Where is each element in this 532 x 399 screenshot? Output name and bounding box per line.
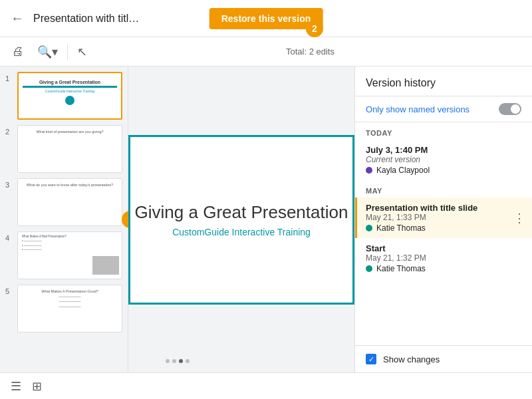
show-changes-label: Show changes	[383, 354, 440, 364]
slide5-text: What Makes A Presentation Good?—————————…	[18, 285, 122, 310]
slide3-text: What do you want to know after today's p…	[18, 179, 122, 188]
slide1-subtitle: CustomGuide Interactive Training	[19, 89, 121, 93]
version-item-may1[interactable]: Presentation with title slide May 21, 1:…	[355, 198, 532, 238]
section-today: TODAY	[355, 122, 532, 140]
step-badge-2: 2	[306, 20, 323, 37]
version-panel: Version history Only show named versions…	[354, 66, 532, 372]
version-date-may1: May 21, 1:33 PM	[366, 213, 521, 222]
user-name-may2: Katie Thomas	[376, 264, 426, 273]
zoom-icon[interactable]: 🔍▾	[33, 42, 62, 62]
slide-panel: 1 Giving a Great Presentation CustomGuid…	[0, 66, 128, 372]
version-item-today[interactable]: July 3, 1:40 PM Current version Kayla Cl…	[355, 140, 532, 180]
secondary-toolbar: 🖨 🔍▾ ↖ Total: 2 edits	[0, 37, 532, 66]
main-slide-wrapper: 1 Giving a Great Presentation CustomGuid…	[128, 135, 354, 305]
main-slide-subtitle: CustomGuide Interactive Training	[172, 227, 311, 237]
version-name-may2: Start	[366, 243, 521, 253]
show-changes-checkbox[interactable]	[366, 354, 376, 364]
print-icon[interactable]: 🖨	[8, 42, 28, 61]
version-footer: Show changes	[355, 345, 532, 372]
user-dot-may2	[366, 265, 372, 272]
center-area: 1 Giving a Great Presentation CustomGuid…	[128, 66, 354, 372]
bottom-toolbar: ☰ ⊞	[0, 372, 532, 399]
version-header: Version history	[355, 66, 532, 96]
top-bar: ← Presentation with titl… Restore this v…	[0, 0, 532, 37]
slide-num-4: 4	[5, 231, 13, 242]
user-name-may1: Katie Thomas	[376, 223, 426, 233]
slide4-image	[92, 256, 119, 275]
version-user-today: Kayla Claypool	[366, 166, 521, 175]
filter-link[interactable]: named versions	[408, 104, 469, 114]
version-more-menu[interactable]: ⋮	[513, 211, 525, 225]
cursor-icon[interactable]: ↖	[73, 42, 91, 62]
back-button[interactable]: ←	[8, 8, 27, 29]
nav-dot-1[interactable]	[166, 359, 170, 363]
filter-label: Only show named versions	[366, 104, 495, 114]
user-dot-today	[366, 167, 372, 174]
slide-box-1[interactable]: Giving a Great Presentation CustomGuide …	[17, 72, 122, 120]
version-item-may2[interactable]: Start May 21, 1:32 PM Katie Thomas	[355, 238, 532, 279]
version-panel-title: Version history	[366, 77, 521, 89]
filter-static-text: Only show	[366, 104, 406, 114]
slide-thumb-1[interactable]: 1 Giving a Great Presentation CustomGuid…	[5, 72, 122, 120]
slide1-circle	[65, 96, 74, 105]
version-list: TODAY July 3, 1:40 PM Current version Ka…	[355, 122, 532, 345]
main-content: 1 Giving a Great Presentation CustomGuid…	[0, 66, 532, 372]
user-dot-may1	[366, 225, 372, 231]
slide-thumb-5[interactable]: 5 What Makes A Presentation Good?———————…	[5, 285, 122, 332]
list-view-icon[interactable]: ☰	[11, 379, 21, 394]
slide1-bar	[23, 86, 117, 88]
nav-dot-2[interactable]	[172, 359, 176, 363]
main-slide: Giving a Great Presentation CustomGuide …	[128, 135, 354, 305]
slide-thumb-3[interactable]: 3 What do you want to know after today's…	[5, 178, 122, 226]
grid-view-icon[interactable]: ⊞	[32, 379, 42, 394]
slide-thumb-2[interactable]: 2 What kind of presentation are you givi…	[5, 125, 122, 173]
slide1-title: Giving a Great Presentation	[19, 80, 121, 84]
total-edits-label: Total: 2 edits	[96, 47, 524, 57]
slide-box-5[interactable]: What Makes A Presentation Good?—————————…	[17, 285, 122, 332]
doc-title: Presentation with titl…	[33, 13, 166, 25]
version-name-may1: Presentation with title slide	[366, 203, 521, 213]
version-filter-row: Only show named versions	[355, 96, 532, 122]
slide4-text: What Makes A Bad Presentation?• ——————• …	[18, 232, 122, 253]
nav-dot-4[interactable]	[186, 359, 190, 363]
user-name-today: Kayla Claypool	[376, 166, 430, 175]
version-current-label: Current version	[366, 155, 521, 164]
slide-box-4[interactable]: What Makes A Bad Presentation?• ——————• …	[17, 231, 122, 279]
slide-box-2[interactable]: What kind of presentation are you giving…	[17, 125, 122, 173]
slide-num-1: 1	[5, 72, 13, 82]
toolbar-divider	[67, 44, 68, 60]
slide-thumb-4[interactable]: 4 What Makes A Bad Presentation?• ——————…	[5, 231, 122, 279]
slide-num-5: 5	[5, 285, 13, 295]
version-time-today: July 3, 1:40 PM	[366, 145, 521, 155]
slide-box-3[interactable]: What do you want to know after today's p…	[17, 178, 122, 226]
main-slide-title: Giving a Great Presentation	[135, 202, 348, 223]
named-versions-toggle[interactable]	[499, 103, 521, 115]
section-may: MAY	[355, 180, 532, 198]
slide-nav-dots	[162, 355, 194, 367]
slide-num-3: 3	[5, 178, 13, 189]
version-user-may1: Katie Thomas	[366, 223, 521, 233]
version-user-may2: Katie Thomas	[366, 264, 521, 273]
version-date-may2: May 21, 1:32 PM	[366, 253, 521, 263]
nav-dot-3[interactable]	[179, 359, 183, 363]
slide2-text: What kind of presentation are you giving…	[18, 126, 122, 135]
slide-num-2: 2	[5, 125, 13, 136]
